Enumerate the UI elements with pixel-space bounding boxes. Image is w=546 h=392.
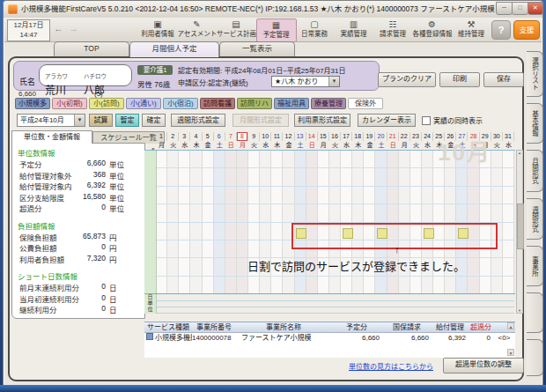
patient-sex-age: 男性 76歳 <box>137 78 170 89</box>
info-row-value: 65,873 <box>48 232 106 240</box>
side-tab-empty[interactable] <box>527 292 543 333</box>
visit-service-marker-day24[interactable] <box>424 228 434 239</box>
cell-service-type: 小規模多機能 <box>144 333 192 343</box>
service-button-7[interactable]: 訪問リハ <box>237 98 272 109</box>
table-row[interactable]: 小規模多機能1400000078ファーストケア小規模6,6606,6606,39… <box>144 333 515 343</box>
service-button-2[interactable]: 小(初期) <box>52 98 87 109</box>
table-header-cell: サービス種類 <box>144 322 192 332</box>
tab-monthly-personal[interactable]: 月間個人予定 <box>129 41 219 57</box>
tab-top[interactable]: TOP <box>54 41 129 56</box>
toolbar-pencil-button[interactable]: ✎アセスメント <box>178 18 217 41</box>
back-arrow-icon[interactable]: ← <box>54 23 63 33</box>
side-tab-5[interactable]: 事業所 <box>527 246 543 286</box>
side-tab-3[interactable]: 月間形式 <box>527 150 543 192</box>
staff-select[interactable]: ★八木 かおり ▼ <box>271 76 340 87</box>
toolbar-button-label: 請求管理 <box>373 30 412 38</box>
toolbar-user-button[interactable]: ▣利用者情報 <box>138 18 177 41</box>
forward-arrow-icon[interactable]: → <box>69 23 78 33</box>
service-button-4[interactable]: 小(通い) <box>126 98 161 109</box>
confirmed-button[interactable]: 確定 <box>142 114 166 127</box>
plan-clear-button[interactable]: プランのクリア <box>378 72 436 87</box>
scroll-down-icon[interactable]: ▼ <box>517 308 522 313</box>
info-row-value: 6,392 <box>48 181 106 189</box>
taskbar[interactable] <box>0 385 546 392</box>
table-scroll-up-icon[interactable]: ▲ <box>507 322 514 329</box>
table-scroll-down-icon[interactable]: ▼ <box>507 349 514 356</box>
section-title: ショート日数情報 <box>18 270 77 281</box>
visit-service-marker-day17[interactable] <box>343 228 353 239</box>
support-button[interactable]: 支援 <box>513 20 540 40</box>
gear-icon: ⚙ <box>413 18 452 30</box>
service-button-5[interactable]: 小(宿泊) <box>163 98 198 109</box>
save-button[interactable]: 保存 <box>483 72 524 87</box>
tab-schedule-list[interactable]: スケジュール一覧 <box>92 131 165 144</box>
weekday-label: 金 <box>283 141 294 150</box>
weekday-label: 日 <box>387 141 399 150</box>
day-number-30: 30 <box>491 132 503 141</box>
toolbar-daily-work-button[interactable]: ▢日常業務 <box>295 18 334 41</box>
pencil-icon: ✎ <box>178 18 217 30</box>
annotation-arrow-icon: ↑ <box>395 244 400 255</box>
toolbar-schedule-button[interactable]: ▦予定管理 <box>256 18 297 42</box>
table-header-cell: 事業所番号 <box>192 322 236 332</box>
weekly-format-button[interactable]: 週間形式設定 <box>171 114 225 127</box>
weekday-label: 木 <box>271 141 283 150</box>
weekday-label: 月 <box>156 141 167 150</box>
patient-info-bar: 氏名 アラカワハチロウ 荒川八郎 要介護1 男性 76歳 認定有効期間: 平成2… <box>13 61 380 91</box>
provisional-button[interactable]: 暫定 <box>115 114 139 127</box>
visit-service-marker-day13[interactable] <box>296 228 306 239</box>
service-color-swatch <box>146 333 153 340</box>
side-tab-2[interactable]: 基本情報 <box>527 103 543 144</box>
day-number-24: 24 <box>422 132 433 141</box>
day-unit-char: 単 <box>144 300 156 307</box>
service-button-1[interactable]: 小規模多 <box>15 98 50 109</box>
riyouhyou-format-button[interactable]: 利用票形式設定 <box>294 114 350 127</box>
minimize-button[interactable]: ─ <box>496 2 513 15</box>
calendar-scrollbar[interactable]: ▲ ▼ <box>516 150 523 314</box>
tab-list-view[interactable]: 一覧表示 <box>219 41 295 56</box>
clock: 12月17日 14:47 <box>7 19 50 41</box>
side-tab-4[interactable]: 週間形式 <box>527 198 543 240</box>
close-button[interactable]: ✕ <box>528 2 543 15</box>
units-help-link[interactable]: 単位数の見方はこちらから <box>349 361 433 371</box>
visit-service-marker-day20[interactable] <box>377 228 387 239</box>
toolbar-document-button[interactable]: ▤サービス計画 <box>217 18 255 41</box>
info-row-unit: 単位 <box>109 159 124 169</box>
chevron-down-icon[interactable]: ▼ <box>74 115 85 126</box>
service-button-10[interactable]: 保険外 <box>348 98 383 109</box>
scroll-up-icon[interactable]: ▲ <box>517 151 522 155</box>
day-number-2: 2 <box>167 132 179 141</box>
toolbar-results-button[interactable]: ▥実績管理 <box>335 18 373 41</box>
toolbar-gear-button[interactable]: ⚙各種登録情報 <box>413 18 452 41</box>
side-tab-1[interactable]: 選択リスト <box>527 51 543 97</box>
info-row-unit: 日 <box>109 282 117 292</box>
help-button[interactable]: ? <box>491 20 511 40</box>
service-button-9[interactable]: 療養管理 <box>311 98 346 109</box>
chevron-down-icon[interactable]: ▼ <box>328 77 339 86</box>
show-results-checkbox[interactable] <box>422 116 431 125</box>
service-button-3[interactable]: 小(訪問) <box>89 98 124 109</box>
calendar-view-button[interactable]: カレンダー表示 <box>358 114 416 127</box>
side-tab-empty[interactable] <box>527 339 543 376</box>
trial-button[interactable]: 試算 <box>89 114 113 127</box>
service-button-8[interactable]: 福祉用具 <box>274 98 309 109</box>
section-title: 負担額情報 <box>18 220 55 231</box>
document-icon: ▤ <box>217 18 255 30</box>
day-number-14: 14 <box>306 132 318 141</box>
weekday-label: 月 <box>237 141 248 150</box>
toolbar-billing-button[interactable]: ☷請求管理 <box>373 18 412 41</box>
tab-units-info[interactable]: 単位数・金額情報 <box>11 130 92 144</box>
service-button-6[interactable]: 訪問看護 <box>200 98 235 109</box>
annotation-text: 日割で訪問のサービスが登録できました。 <box>247 257 465 274</box>
month-select[interactable]: 平成24年10月 ▼ <box>17 114 85 127</box>
excess-adjust-button[interactable]: 超過単位数の調整 <box>443 358 524 374</box>
print-button[interactable]: 印刷 <box>439 72 480 87</box>
visit-service-marker-day27[interactable] <box>458 228 469 239</box>
scroll-thumb[interactable] <box>517 203 524 249</box>
toolbar-maintenance-button[interactable]: ⚒維持管理 <box>452 18 491 41</box>
user-icon: ▣ <box>138 18 177 30</box>
title-bar[interactable]: 小規模多機能FirstCareV5 5.0.210 <2012-12-04 16… <box>4 1 542 18</box>
day-number-20: 20 <box>375 132 387 141</box>
maximize-button[interactable]: □ <box>512 2 528 15</box>
staff-select-value: ★八木 かおり <box>275 78 318 85</box>
